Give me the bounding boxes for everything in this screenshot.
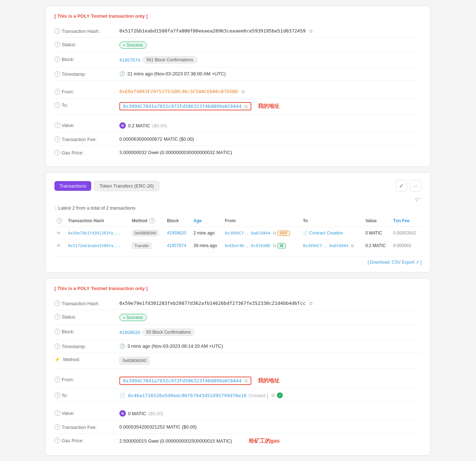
help-icon-c2-fee: ? xyxy=(54,424,60,430)
copy-c2-tx-hash[interactable]: ⧉ xyxy=(309,301,313,306)
c2-from-link[interactable]: 0x3994C7841a7832c972Fd506323f466B99a6C68… xyxy=(123,378,242,383)
row2-tx-link[interactable]: 0x5172bb1eabd1580fa... xyxy=(68,243,120,248)
help-icon-from: ? xyxy=(54,89,60,95)
card2-value-amount: M 0 MATIC ($0.00) xyxy=(119,410,422,417)
card2-timestamp-row: ? Timestamp: 🕐 3 mins ago (Nov-03-2023 0… xyxy=(54,340,422,353)
fee-label: ? Transaction Fee: xyxy=(54,136,119,142)
copy-row2-to[interactable]: ⧉ xyxy=(351,243,354,248)
row2-from-link[interactable]: 0xEDaf40...8c87b5BD xyxy=(225,243,270,248)
timestamp-value: 🕐 21 mins ago (Nov-03-2023 07:38:00 AM +… xyxy=(119,71,422,76)
card2-from-row: ? From: 0x3994C7841a7832c972Fd506323f466… xyxy=(54,373,422,389)
row1-eye: 👁 xyxy=(54,227,66,240)
value-label: ? Value: xyxy=(54,122,119,128)
value-amount: M 0.2 MATIC ($0.00) xyxy=(119,122,422,129)
help-icon: ? xyxy=(54,28,60,34)
block-number-link[interactable]: 41957674 xyxy=(119,57,140,63)
card2-timestamp-value: 🕐 3 mins ago (Nov-03-2023 08:14:20 AM +U… xyxy=(119,343,422,349)
help-icon-gas: ? xyxy=(54,150,60,155)
row1-method: 0x60806040 xyxy=(130,227,165,240)
card2-to-label: ? To: xyxy=(54,392,119,398)
card2-block-row: ? Block: 41958620 93 Block Confirmations xyxy=(54,325,422,340)
help-icon-block: ? xyxy=(54,56,60,62)
eye-icon[interactable]: 👁 xyxy=(57,230,61,236)
row1-block-link[interactable]: 41958620 xyxy=(167,230,186,236)
status-value: Success xyxy=(119,41,422,49)
expand-icon-btn[interactable]: ⤢ xyxy=(396,180,407,192)
to-address-highlight: 0x3994C7841a7832c972Fd506323f466B99a6C68… xyxy=(119,102,251,110)
block-label: ? Block: xyxy=(54,56,119,62)
row2-txn-fee: 0.000063 xyxy=(391,240,422,252)
transactions-table: ? Transaction Hash Method ? Block Age xyxy=(54,215,422,252)
row2-to-link[interactable]: 0x3994C7...9a6C6844 xyxy=(303,243,348,248)
card2-gas-row: ? Gas Price: 2.500000015 Gwei (0.0000000… xyxy=(54,434,422,448)
to-address-link[interactable]: 0x3994C7841a7832c972Fd506323f466B99a6C68… xyxy=(123,104,242,109)
status-badge: Success xyxy=(119,41,147,49)
gas-value: 3.000000032 Gwei (0.0000000030000000032 … xyxy=(119,150,422,155)
row1-tx-link[interactable]: 0x59e79e1fd301283fe... xyxy=(68,231,120,236)
csv-export-link[interactable]: [ Download: CSV Export ↗ ] xyxy=(368,260,422,265)
col-age: Age xyxy=(191,215,222,227)
row2-value: 0.2 MATIC xyxy=(363,240,391,252)
card2-method-row: ⚡ Method: 0x60806040 xyxy=(54,353,422,369)
copy-from-icon[interactable]: ⧉ xyxy=(242,89,245,94)
card2-fee-value: 0.0005354200321252 MATIC ($0.00) xyxy=(119,424,422,430)
matic-icon: M xyxy=(119,122,126,129)
c2-contract-link[interactable]: 0x46a1716520a5d0edc06f67943d52d95799d78e… xyxy=(128,393,247,398)
row1-from-link[interactable]: 0x3994C7...9a6C6844 xyxy=(225,231,270,236)
card2-from-label: ? From: xyxy=(54,377,119,382)
help-icon-c2: ? xyxy=(54,300,60,306)
clock-icon: 🕐 xyxy=(119,71,125,76)
tab-transactions[interactable]: Transactions xyxy=(54,181,91,191)
clock-icon-c2: 🕐 xyxy=(119,343,125,349)
c2-from-highlight: 0x3994C7841a7832c972Fd506323f466B99a6C68… xyxy=(119,377,251,385)
copy-tx-hash-icon[interactable]: ⧉ xyxy=(309,28,313,34)
col-tx-hash: Transaction Hash xyxy=(66,215,129,227)
help-icon-to: ? xyxy=(54,102,60,108)
row2-method-badge: Transfer xyxy=(132,242,152,249)
card2-method-label: ⚡ Method: xyxy=(54,357,119,362)
row1-to-link[interactable]: Contract Creation xyxy=(309,230,343,236)
lightning-icon: ⚡ xyxy=(54,357,60,362)
help-icon-c2-to: ? xyxy=(54,392,60,398)
card2-fee-label: ? Transaction Fee: xyxy=(54,424,119,430)
gas-annotation: 给矿工的gas xyxy=(249,438,280,444)
col-value: Value xyxy=(363,215,391,227)
c2-block-link[interactable]: 41958620 xyxy=(119,330,140,335)
fee-value: 0.000063000000672 MATIC ($0.00) xyxy=(119,136,422,142)
help-icon-status: ? xyxy=(54,41,60,47)
row1-to: 📄 Contract Creation xyxy=(301,227,363,240)
verified-check-icon: ✓ xyxy=(277,392,283,398)
card2-block-value: 41958620 93 Block Confirmations xyxy=(119,329,422,336)
row2-block: 41957674 xyxy=(165,240,191,252)
help-icon-c2-block: ? xyxy=(54,329,60,334)
table-row: 👁 0x59e79e1fd301283fe... 0x60806040 4195… xyxy=(54,227,422,240)
copy-c2-from[interactable]: ⧉ xyxy=(244,378,248,383)
row2-method: Transfer xyxy=(130,240,165,252)
copy-row1-from[interactable]: ⧉ xyxy=(273,230,276,236)
contract-icon: 📄 xyxy=(303,231,308,235)
copy-to-icon[interactable]: ⧉ xyxy=(244,104,248,109)
row2-block-link[interactable]: 41957674 xyxy=(167,243,186,248)
col-method: Method ? xyxy=(130,215,165,227)
more-options-btn[interactable]: ··· xyxy=(410,180,422,192)
copy-c2-to[interactable]: ⧉ xyxy=(272,393,275,398)
help-icon-c2-from: ? xyxy=(54,377,60,382)
help-icon-value: ? xyxy=(54,122,60,128)
c2-from-annotation: 我的地址 xyxy=(258,377,279,384)
card2-value-label: ? Value: xyxy=(54,410,119,416)
to-annotation: 我的地址 xyxy=(258,103,279,110)
fee-row: ? Transaction Fee: 0.000063000000672 MAT… xyxy=(54,133,422,146)
row1-tx-hash: 0x59e79e1fd301283fe... xyxy=(66,227,129,240)
to-row: ? To: 0x3994C7841a7832c972Fd506323f466B9… xyxy=(54,98,422,114)
status-label: ? Status: xyxy=(54,41,119,47)
col-block: Block xyxy=(165,215,191,227)
filter-icon[interactable]: ▽ ˅ xyxy=(415,197,422,202)
col-txn-fee: Txn Fee xyxy=(391,215,422,227)
from-value: 0xEDaf4083F29753753d0Cd6c3C50ACEb08c87b5… xyxy=(119,89,422,94)
eye-icon-2[interactable]: 👁 xyxy=(57,243,61,248)
from-address-link[interactable]: 0xEDaf4083F29753753d0Cd6c3C50ACEb08c87b5… xyxy=(119,89,238,94)
copy-row2-from[interactable]: ⧉ xyxy=(273,243,276,248)
tab-token-transfers[interactable]: Token Transfers (ERC-20) xyxy=(94,181,159,191)
c2-block-confirmations: 93 Block Confirmations xyxy=(142,329,195,336)
timestamp-label: ? Timestamp: xyxy=(54,71,119,77)
